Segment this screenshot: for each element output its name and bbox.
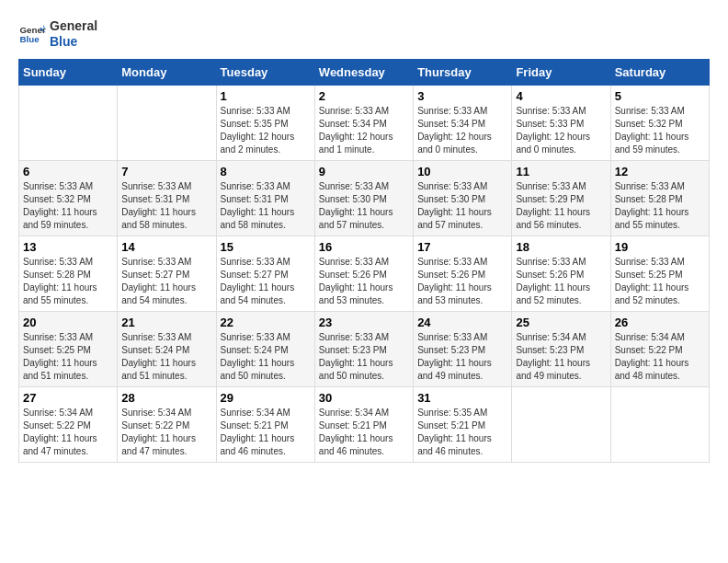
- calendar-cell: 21Sunrise: 5:33 AM Sunset: 5:24 PM Dayli…: [118, 311, 216, 386]
- day-number: 19: [615, 240, 705, 254]
- calendar-cell: 1Sunrise: 5:33 AM Sunset: 5:35 PM Daylig…: [216, 85, 314, 160]
- day-number: 29: [221, 391, 311, 405]
- day-number: 11: [516, 165, 606, 178]
- day-info: Sunrise: 5:33 AM Sunset: 5:30 PM Dayligh…: [319, 180, 409, 232]
- header-wednesday: Wednesday: [314, 59, 413, 85]
- calendar-week-5: 27Sunrise: 5:34 AM Sunset: 5:22 PM Dayli…: [19, 386, 710, 462]
- day-number: 18: [516, 240, 606, 254]
- header-monday: Monday: [118, 59, 216, 85]
- day-info: Sunrise: 5:33 AM Sunset: 5:25 PM Dayligh…: [615, 256, 705, 307]
- calendar-cell: 23Sunrise: 5:33 AM Sunset: 5:23 PM Dayli…: [314, 311, 413, 386]
- calendar-cell: 6Sunrise: 5:33 AM Sunset: 5:32 PM Daylig…: [19, 160, 118, 236]
- day-number: 6: [23, 165, 113, 178]
- day-number: 10: [417, 165, 507, 178]
- calendar-cell: [19, 85, 118, 160]
- calendar-cell: 31Sunrise: 5:35 AM Sunset: 5:21 PM Dayli…: [414, 386, 512, 462]
- day-number: 20: [23, 316, 113, 329]
- calendar-cell: 29Sunrise: 5:34 AM Sunset: 5:21 PM Dayli…: [216, 386, 314, 462]
- calendar-week-3: 13Sunrise: 5:33 AM Sunset: 5:28 PM Dayli…: [19, 236, 710, 311]
- day-number: 7: [121, 165, 211, 178]
- day-info: Sunrise: 5:33 AM Sunset: 5:33 PM Dayligh…: [516, 105, 606, 156]
- day-info: Sunrise: 5:33 AM Sunset: 5:26 PM Dayligh…: [417, 256, 507, 307]
- day-info: Sunrise: 5:33 AM Sunset: 5:26 PM Dayligh…: [319, 256, 409, 307]
- calendar-cell: 19Sunrise: 5:33 AM Sunset: 5:25 PM Dayli…: [610, 236, 709, 311]
- day-info: Sunrise: 5:33 AM Sunset: 5:29 PM Dayligh…: [516, 180, 606, 232]
- logo-icon: General Blue: [18, 20, 46, 48]
- header-friday: Friday: [512, 59, 610, 85]
- day-info: Sunrise: 5:33 AM Sunset: 5:32 PM Dayligh…: [615, 105, 705, 156]
- day-info: Sunrise: 5:33 AM Sunset: 5:23 PM Dayligh…: [417, 331, 507, 383]
- day-info: Sunrise: 5:33 AM Sunset: 5:34 PM Dayligh…: [319, 105, 409, 156]
- day-number: 26: [615, 316, 705, 329]
- calendar-cell: [512, 386, 610, 462]
- day-number: 25: [516, 316, 606, 329]
- calendar-cell: 9Sunrise: 5:33 AM Sunset: 5:30 PM Daylig…: [314, 160, 413, 236]
- day-info: Sunrise: 5:34 AM Sunset: 5:21 PM Dayligh…: [319, 407, 409, 458]
- day-number: 31: [417, 391, 507, 405]
- day-info: Sunrise: 5:33 AM Sunset: 5:25 PM Dayligh…: [23, 331, 113, 383]
- day-info: Sunrise: 5:33 AM Sunset: 5:24 PM Dayligh…: [121, 331, 211, 383]
- calendar-table: SundayMondayTuesdayWednesdayThursdayFrid…: [18, 59, 710, 463]
- day-number: 2: [319, 89, 409, 103]
- day-info: Sunrise: 5:34 AM Sunset: 5:23 PM Dayligh…: [516, 331, 606, 383]
- day-number: 22: [221, 316, 311, 329]
- day-info: Sunrise: 5:33 AM Sunset: 5:31 PM Dayligh…: [221, 180, 311, 232]
- logo-text-blue: Blue: [50, 34, 97, 50]
- day-info: Sunrise: 5:33 AM Sunset: 5:28 PM Dayligh…: [615, 180, 705, 232]
- calendar-cell: 14Sunrise: 5:33 AM Sunset: 5:27 PM Dayli…: [118, 236, 216, 311]
- day-info: Sunrise: 5:33 AM Sunset: 5:31 PM Dayligh…: [121, 180, 211, 232]
- day-info: Sunrise: 5:35 AM Sunset: 5:21 PM Dayligh…: [417, 407, 507, 458]
- calendar-cell: 16Sunrise: 5:33 AM Sunset: 5:26 PM Dayli…: [314, 236, 413, 311]
- calendar-header-row: SundayMondayTuesdayWednesdayThursdayFrid…: [19, 59, 710, 85]
- day-number: 15: [221, 240, 311, 254]
- day-number: 1: [221, 89, 311, 103]
- header-sunday: Sunday: [19, 59, 118, 85]
- day-info: Sunrise: 5:34 AM Sunset: 5:22 PM Dayligh…: [23, 407, 113, 458]
- day-number: 14: [121, 240, 211, 254]
- day-number: 27: [23, 391, 113, 405]
- calendar-cell: 28Sunrise: 5:34 AM Sunset: 5:22 PM Dayli…: [118, 386, 216, 462]
- calendar-cell: 5Sunrise: 5:33 AM Sunset: 5:32 PM Daylig…: [610, 85, 709, 160]
- day-number: 5: [615, 89, 705, 103]
- calendar-cell: 27Sunrise: 5:34 AM Sunset: 5:22 PM Dayli…: [19, 386, 118, 462]
- day-number: 28: [121, 391, 211, 405]
- day-number: 13: [23, 240, 113, 254]
- calendar-cell: 18Sunrise: 5:33 AM Sunset: 5:26 PM Dayli…: [512, 236, 610, 311]
- calendar-week-2: 6Sunrise: 5:33 AM Sunset: 5:32 PM Daylig…: [19, 160, 710, 236]
- calendar-week-1: 1Sunrise: 5:33 AM Sunset: 5:35 PM Daylig…: [19, 85, 710, 160]
- calendar-cell: 24Sunrise: 5:33 AM Sunset: 5:23 PM Dayli…: [414, 311, 512, 386]
- calendar-cell: 10Sunrise: 5:33 AM Sunset: 5:30 PM Dayli…: [414, 160, 512, 236]
- day-number: 30: [319, 391, 409, 405]
- calendar-cell: 12Sunrise: 5:33 AM Sunset: 5:28 PM Dayli…: [610, 160, 709, 236]
- day-info: Sunrise: 5:33 AM Sunset: 5:27 PM Dayligh…: [121, 256, 211, 307]
- day-info: Sunrise: 5:33 AM Sunset: 5:32 PM Dayligh…: [23, 180, 113, 232]
- day-info: Sunrise: 5:33 AM Sunset: 5:26 PM Dayligh…: [516, 256, 606, 307]
- calendar-week-4: 20Sunrise: 5:33 AM Sunset: 5:25 PM Dayli…: [19, 311, 710, 386]
- calendar-cell: 20Sunrise: 5:33 AM Sunset: 5:25 PM Dayli…: [19, 311, 118, 386]
- day-info: Sunrise: 5:33 AM Sunset: 5:27 PM Dayligh…: [221, 256, 311, 307]
- calendar-cell: 25Sunrise: 5:34 AM Sunset: 5:23 PM Dayli…: [512, 311, 610, 386]
- calendar-cell: 15Sunrise: 5:33 AM Sunset: 5:27 PM Dayli…: [216, 236, 314, 311]
- calendar-cell: 8Sunrise: 5:33 AM Sunset: 5:31 PM Daylig…: [216, 160, 314, 236]
- calendar-cell: 22Sunrise: 5:33 AM Sunset: 5:24 PM Dayli…: [216, 311, 314, 386]
- day-info: Sunrise: 5:34 AM Sunset: 5:22 PM Dayligh…: [615, 331, 705, 383]
- calendar-cell: [610, 386, 709, 462]
- calendar-cell: 4Sunrise: 5:33 AM Sunset: 5:33 PM Daylig…: [512, 85, 610, 160]
- calendar-cell: 2Sunrise: 5:33 AM Sunset: 5:34 PM Daylig…: [314, 85, 413, 160]
- day-number: 17: [417, 240, 507, 254]
- header-thursday: Thursday: [414, 59, 512, 85]
- day-info: Sunrise: 5:33 AM Sunset: 5:30 PM Dayligh…: [417, 180, 507, 232]
- header-saturday: Saturday: [610, 59, 709, 85]
- day-number: 16: [319, 240, 409, 254]
- calendar-cell: 13Sunrise: 5:33 AM Sunset: 5:28 PM Dayli…: [19, 236, 118, 311]
- day-info: Sunrise: 5:33 AM Sunset: 5:34 PM Dayligh…: [417, 105, 507, 156]
- calendar-cell: 26Sunrise: 5:34 AM Sunset: 5:22 PM Dayli…: [610, 311, 709, 386]
- day-number: 24: [417, 316, 507, 329]
- svg-text:Blue: Blue: [20, 34, 40, 44]
- day-info: Sunrise: 5:33 AM Sunset: 5:35 PM Dayligh…: [221, 105, 311, 156]
- day-number: 23: [319, 316, 409, 329]
- calendar-cell: 7Sunrise: 5:33 AM Sunset: 5:31 PM Daylig…: [118, 160, 216, 236]
- day-number: 8: [221, 165, 311, 178]
- day-number: 12: [615, 165, 705, 178]
- day-number: 4: [516, 89, 606, 103]
